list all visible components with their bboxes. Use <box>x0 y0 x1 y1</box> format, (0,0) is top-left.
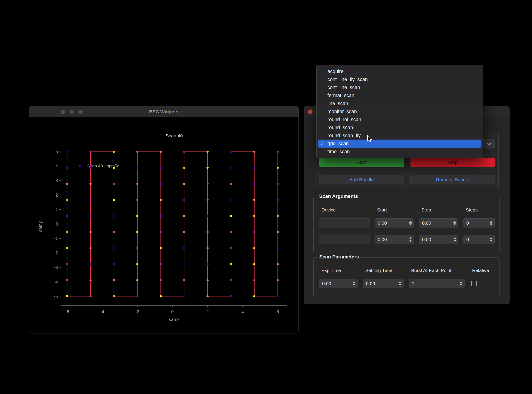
menu-item-cont_line_scan[interactable]: cont_line_scan <box>318 83 481 92</box>
svg-text:4: 4 <box>55 164 58 169</box>
start-spinbox-2[interactable]: 0.00 <box>375 235 414 244</box>
menu-item-label: cont_line_scan <box>327 83 360 92</box>
spin-up-icon[interactable] <box>453 237 456 239</box>
scan-parameters-row: 0.00 0.00 1 <box>319 279 494 288</box>
menu-item-line_scan[interactable]: line_scan <box>318 99 481 108</box>
group-title: Scan Arguments <box>317 193 360 199</box>
header-stop: Stop <box>419 207 458 213</box>
header-steps: Steps <box>463 207 495 213</box>
menu-item-label: grid_scan <box>327 140 349 148</box>
scan-arguments-group: Scan Arguments Device Start Stop Steps 0… <box>313 197 500 253</box>
spin-down-icon[interactable] <box>490 223 492 225</box>
svg-text:Scan 40: Scan 40 <box>166 133 183 138</box>
header-settling-time: Settling Time <box>363 268 403 273</box>
plot-area: -6-4-20246543210-1-2-3-4-5Scan 40samxsam… <box>29 117 299 333</box>
remove-bundle-button[interactable]: Remove Bundle <box>410 175 495 184</box>
scan-argument-row: 0.00 0.00 0 <box>319 235 494 244</box>
start-spinbox-1[interactable]: 0.00 <box>375 218 414 228</box>
header-burst: Burst At Each Point <box>409 268 465 273</box>
svg-text:2: 2 <box>55 192 58 197</box>
menu-item-acquire[interactable]: acquire <box>318 67 481 75</box>
svg-text:-3: -3 <box>54 265 58 270</box>
scan-select-dropdown: acquirecont_line_fly_scancont_line_scanf… <box>316 65 483 158</box>
svg-text:0: 0 <box>171 309 174 314</box>
svg-text:-6: -6 <box>65 309 69 314</box>
device-input-1[interactable] <box>319 218 370 228</box>
spin-down-icon[interactable] <box>453 240 456 242</box>
close-button[interactable] <box>308 109 313 114</box>
menu-item-label: time_scan <box>327 148 350 156</box>
svg-text:2: 2 <box>206 309 209 314</box>
scan-parameters-group: Scan Parameters Exp Time Settling Time B… <box>313 257 500 296</box>
menu-item-label: round_roi_scan <box>327 115 361 124</box>
svg-text:0: 0 <box>55 222 58 226</box>
svg-text:-4: -4 <box>100 309 104 314</box>
start-button[interactable]: Start <box>319 158 404 167</box>
desktop: BEC Widgets -6-4-20246543210-1-2-3-4-5Sc… <box>0 0 532 394</box>
stop-spinbox-1[interactable]: 0.00 <box>419 218 458 228</box>
bec-widgets-window: BEC Widgets -6-4-20246543210-1-2-3-4-5Sc… <box>29 106 299 333</box>
menu-item-label: round_scan_fly <box>327 132 361 140</box>
spin-up-icon[interactable] <box>460 281 462 283</box>
spin-up-icon[interactable] <box>490 221 492 223</box>
scan-parameters-headers: Exp Time Settling Time Burst At Each Poi… <box>319 268 494 273</box>
svg-text:5: 5 <box>55 149 58 154</box>
svg-text:-5: -5 <box>54 294 58 299</box>
menu-item-grid_scan[interactable]: ✓grid_scan <box>318 140 481 148</box>
steps-spinbox-1[interactable]: 0 <box>463 218 495 228</box>
chevron-down-icon <box>487 142 491 145</box>
spin-down-icon[interactable] <box>460 284 462 286</box>
relative-checkbox[interactable] <box>471 281 477 286</box>
svg-text:6: 6 <box>276 309 279 314</box>
spin-up-icon[interactable] <box>399 281 401 283</box>
stop-spinbox-2[interactable]: 0.00 <box>419 235 458 244</box>
menu-item-label: fermat_scan <box>327 92 354 99</box>
menu-item-label: line_scan <box>327 99 348 108</box>
stop-button[interactable]: Stop <box>410 158 495 167</box>
burst-spinbox[interactable]: 1 <box>409 279 465 288</box>
spin-up-icon[interactable] <box>353 281 356 283</box>
left-titlebar: BEC Widgets <box>29 106 299 117</box>
spin-up-icon[interactable] <box>453 221 456 223</box>
scan-argument-row: 0.00 0.00 0 <box>319 218 494 228</box>
svg-text:4: 4 <box>241 309 244 314</box>
menu-item-label: round_scan <box>327 124 353 132</box>
spin-down-icon[interactable] <box>353 284 356 286</box>
header-relative: Relative <box>470 268 494 273</box>
scan-arguments-headers: Device Start Stop Steps <box>319 207 494 213</box>
header-exp-time: Exp Time <box>319 268 358 273</box>
spin-down-icon[interactable] <box>453 223 456 225</box>
menu-item-time_scan[interactable]: time_scan <box>318 148 481 156</box>
exp-time-spinbox[interactable]: 0.00 <box>319 279 358 288</box>
menu-item-label: acquire <box>327 67 343 75</box>
header-device: Device <box>319 207 370 213</box>
menu-item-round_scan[interactable]: round_scan <box>318 124 481 132</box>
svg-text:3: 3 <box>55 178 58 183</box>
spin-down-icon[interactable] <box>490 240 492 242</box>
menu-item-round_roi_scan[interactable]: round_roi_scan <box>318 115 481 124</box>
settling-time-spinbox[interactable]: 0.00 <box>363 279 403 288</box>
spin-down-icon[interactable] <box>409 223 412 225</box>
menu-item-label: cont_line_fly_scan <box>327 75 368 83</box>
window-title: BEC Widgets <box>29 106 299 117</box>
checkmark-icon: ✓ <box>320 140 327 148</box>
menu-item-monitor_scan[interactable]: monitor_scan <box>318 108 481 115</box>
svg-text:-2: -2 <box>135 309 139 314</box>
menu-item-fermat_scan[interactable]: fermat_scan <box>318 92 481 99</box>
spin-up-icon[interactable] <box>409 237 412 239</box>
device-input-2[interactable] <box>319 235 370 244</box>
svg-text:-1: -1 <box>54 236 58 241</box>
add-bundle-button[interactable]: Add Bundle <box>319 175 404 184</box>
spin-up-icon[interactable] <box>409 221 412 223</box>
menu-item-round_scan_fly[interactable]: round_scan_fly <box>318 132 481 140</box>
menu-item-label: monitor_scan <box>327 108 357 115</box>
svg-text:samx: samx <box>169 317 180 322</box>
menu-item-cont_line_fly_scan[interactable]: cont_line_fly_scan <box>318 75 481 83</box>
spin-up-icon[interactable] <box>490 237 492 239</box>
spin-down-icon[interactable] <box>409 240 412 242</box>
spin-down-icon[interactable] <box>399 284 401 286</box>
header-start: Start <box>375 207 414 213</box>
scan-plot: -6-4-20246543210-1-2-3-4-5Scan 40samxsam… <box>29 117 299 333</box>
steps-spinbox-2[interactable]: 0 <box>463 235 495 244</box>
svg-text:-4: -4 <box>54 279 58 284</box>
